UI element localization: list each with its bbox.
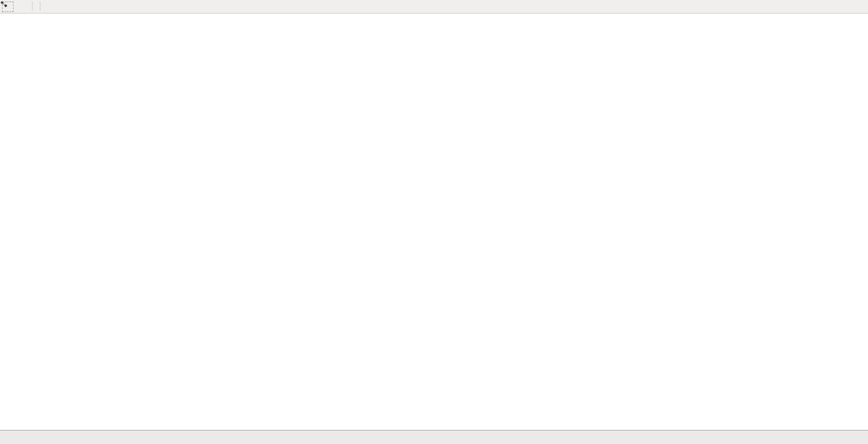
chart-tab-bar: [0, 430, 868, 444]
mt4-window: [0, 0, 868, 444]
arrows-tool-button[interactable]: [15, 2, 26, 12]
chart-canvas[interactable]: [0, 0, 868, 430]
toolbar-grip[interactable]: [31, 2, 34, 11]
chart-title: [4, 15, 10, 21]
toolbar: [0, 0, 868, 14]
arrows-tool-icon: [0, 0, 8, 8]
toolbar-grip[interactable]: [39, 2, 42, 11]
